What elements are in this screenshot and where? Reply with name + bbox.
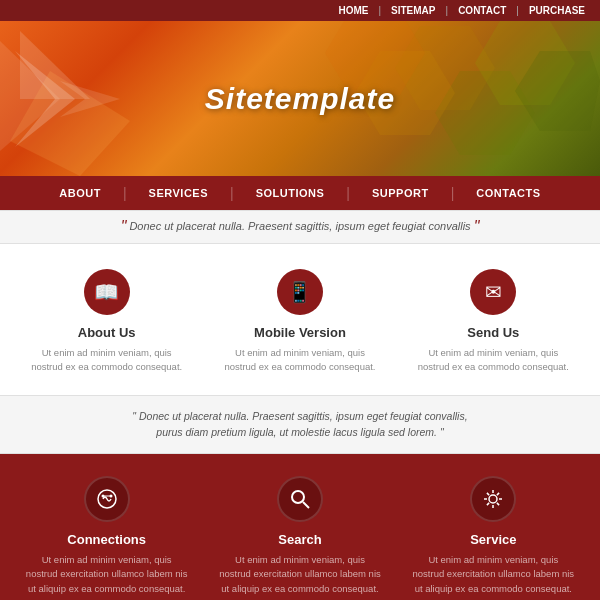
service-service-icon bbox=[470, 476, 516, 522]
quote-close-2: " bbox=[440, 426, 444, 438]
feature-mobile-title: Mobile Version bbox=[218, 325, 381, 340]
nav-solutions[interactable]: SOLUTIONS bbox=[234, 187, 347, 199]
top-nav-purchase[interactable]: PURCHASE bbox=[529, 5, 585, 16]
nav-about[interactable]: ABOUT bbox=[37, 187, 123, 199]
service-connections-text: Ut enim ad minim veniam, quis nostrud ex… bbox=[25, 553, 188, 596]
top-nav-sitemap[interactable]: SITEMAP bbox=[391, 5, 435, 16]
feature-about-icon: 📖 bbox=[84, 269, 130, 315]
main-nav: ABOUT | SERVICES | SOLUTIONS | SUPPORT |… bbox=[0, 176, 600, 210]
feature-send-title: Send Us bbox=[412, 325, 575, 340]
nav-services[interactable]: SERVICES bbox=[127, 187, 230, 199]
quote-bar-1: " Donec ut placerat nulla. Praesent sagi… bbox=[0, 210, 600, 244]
service-search-title: Search bbox=[218, 532, 381, 547]
service-search-text: Ut enim ad minim veniam, quis nostrud ex… bbox=[218, 553, 381, 596]
quote-open-2: " bbox=[132, 410, 136, 422]
quote-bar-2: " Donec ut placerat nulla. Praesent sagi… bbox=[0, 395, 600, 455]
services-section: Connections Ut enim ad minim veniam, qui… bbox=[0, 454, 600, 600]
top-nav-sep3: | bbox=[516, 5, 519, 16]
service-connections: Connections Ut enim ad minim veniam, qui… bbox=[10, 476, 203, 596]
service-service-title: Service bbox=[412, 532, 575, 547]
quote-text-2: Donec ut placerat nulla. Praesent sagitt… bbox=[139, 410, 468, 439]
feature-about: 📖 About Us Ut enim ad minim veniam, quis… bbox=[10, 269, 203, 375]
feature-about-title: About Us bbox=[25, 325, 188, 340]
feature-mobile: 📱 Mobile Version Ut enim ad minim veniam… bbox=[203, 269, 396, 375]
nav-support[interactable]: SUPPORT bbox=[350, 187, 451, 199]
feature-send: ✉ Send Us Ut enim ad minim veniam, quis … bbox=[397, 269, 590, 375]
svg-point-17 bbox=[489, 495, 497, 503]
service-connections-title: Connections bbox=[25, 532, 188, 547]
top-nav-contact[interactable]: CONTACT bbox=[458, 5, 506, 16]
top-nav-home[interactable]: HOME bbox=[338, 5, 368, 16]
feature-mobile-text: Ut enim ad minim veniam, quis nostrud ex… bbox=[218, 346, 381, 375]
top-nav: HOME | SITEMAP | CONTACT | PURCHASE bbox=[0, 0, 600, 21]
nav-contacts[interactable]: CONTACTS bbox=[454, 187, 562, 199]
hero-section: Sitetemplate bbox=[0, 21, 600, 176]
quote-open-1: " bbox=[121, 218, 127, 235]
svg-line-16 bbox=[303, 502, 309, 508]
service-search: Search Ut enim ad minim veniam, quis nos… bbox=[203, 476, 396, 596]
features-section: 📖 About Us Ut enim ad minim veniam, quis… bbox=[0, 244, 600, 395]
top-nav-sep1: | bbox=[378, 5, 381, 16]
quote-text-1: Donec ut placerat nulla. Praesent sagitt… bbox=[129, 220, 470, 232]
service-service: Service Ut enim ad minim veniam, quis no… bbox=[397, 476, 590, 596]
quote-close-1: " bbox=[474, 218, 480, 235]
feature-send-icon: ✉ bbox=[470, 269, 516, 315]
feature-send-text: Ut enim ad minim veniam, quis nostrud ex… bbox=[412, 346, 575, 375]
feature-about-text: Ut enim ad minim veniam, quis nostrud ex… bbox=[25, 346, 188, 375]
top-nav-sep2: | bbox=[446, 5, 449, 16]
service-connections-icon bbox=[84, 476, 130, 522]
service-search-icon bbox=[277, 476, 323, 522]
feature-mobile-icon: 📱 bbox=[277, 269, 323, 315]
hero-title: Sitetemplate bbox=[205, 82, 395, 116]
svg-point-15 bbox=[292, 491, 304, 503]
service-service-text: Ut enim ad minim veniam, quis nostrud ex… bbox=[412, 553, 575, 596]
